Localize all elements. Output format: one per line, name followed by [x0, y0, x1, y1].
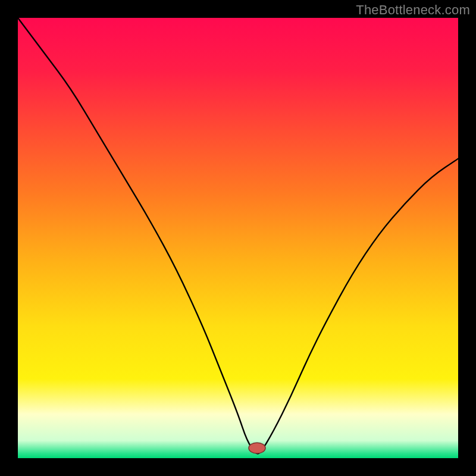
optimum-marker — [249, 443, 265, 453]
chart-stage: TheBottleneck.com — [0, 0, 476, 476]
bottleneck-chart — [0, 0, 476, 476]
watermark-label: TheBottleneck.com — [356, 2, 470, 18]
plot-background — [18, 18, 458, 458]
